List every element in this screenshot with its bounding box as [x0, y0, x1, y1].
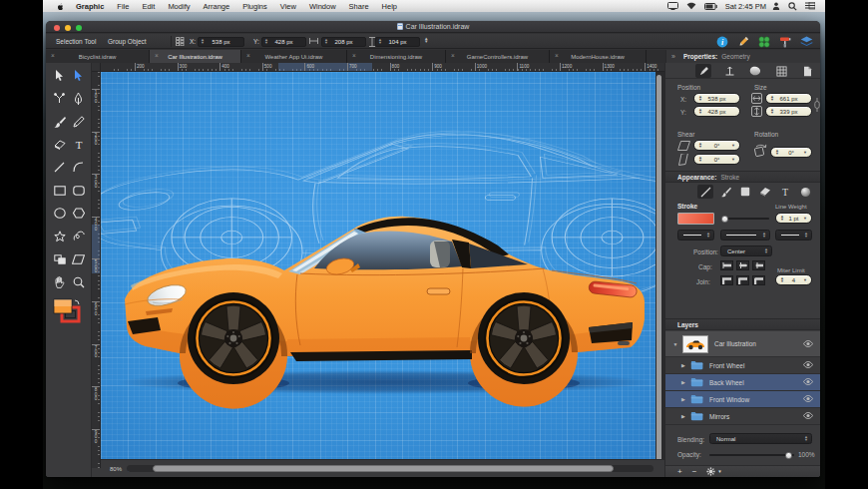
horizontal-ruler[interactable]: 2003004005006007008009001000110012001300… — [101, 63, 664, 72]
rotation-field[interactable]: ▲▼0°▼ — [770, 147, 812, 158]
x-field[interactable]: ▲▼538 px — [198, 37, 244, 47]
battery-icon[interactable] — [704, 3, 717, 10]
layer-disclosure-triangle[interactable]: ▶ — [679, 362, 687, 368]
layer-disclosure-triangle[interactable]: ▼ — [671, 341, 679, 347]
properties-tab-page[interactable] — [799, 64, 815, 78]
menu-item-file[interactable]: File — [117, 2, 129, 11]
layer-visibility-eye-icon[interactable] — [803, 378, 813, 386]
car-artwork[interactable] — [101, 72, 655, 468]
spotlight-icon[interactable] — [788, 2, 797, 11]
selection-tool-label[interactable]: Selection Tool — [56, 38, 96, 45]
info-icon[interactable]: i — [716, 36, 728, 48]
tool-brush[interactable] — [51, 113, 68, 130]
layer-visibility-eye-icon[interactable] — [803, 412, 813, 420]
document-tab-6[interactable]: ×ModernHouse.idraw — [550, 50, 647, 63]
tool-combine-shapes[interactable] — [51, 250, 68, 267]
join-round-button[interactable] — [736, 275, 749, 285]
appearance-tab-shadow-ball[interactable] — [797, 185, 813, 199]
blending-dropdown[interactable]: Normal▲▼ — [709, 433, 812, 444]
wifi-icon[interactable] — [686, 2, 696, 10]
group-object-label[interactable]: Group Object — [108, 38, 147, 45]
tab-close-icon[interactable]: × — [451, 53, 455, 59]
canvas-vertical-scrollbar[interactable] — [656, 75, 661, 464]
width-field[interactable]: ▲▼208 px — [321, 37, 366, 47]
tab-close-icon[interactable]: × — [246, 53, 250, 59]
tool-pen[interactable] — [70, 90, 87, 107]
tool-rectangle[interactable] — [51, 182, 68, 199]
tool-direct-selection-arrow[interactable] — [70, 67, 87, 84]
properties-tab-anchor[interactable] — [721, 64, 737, 78]
join-bevel-button[interactable] — [752, 275, 765, 285]
symbols-icon[interactable] — [758, 36, 770, 48]
tool-selection-arrow[interactable] — [51, 67, 68, 84]
layer-row-car-illustration[interactable]: ▼Car Illustration — [665, 331, 820, 357]
tab-close-icon[interactable]: × — [352, 53, 356, 59]
properties-tab-pencil[interactable] — [695, 64, 711, 78]
layer-disclosure-triangle[interactable]: ▶ — [679, 396, 687, 402]
tool-ellipse[interactable] — [51, 205, 68, 222]
tab-close-icon[interactable]: × — [51, 53, 55, 59]
notification-center-icon[interactable] — [805, 2, 815, 10]
fill-stroke-swatches[interactable] — [53, 298, 83, 324]
document-tab-1[interactable]: ×Bicyclist.idraw — [46, 50, 150, 63]
panel-width-field[interactable]: ▲▼661 px — [765, 93, 812, 104]
tool-star[interactable] — [51, 228, 68, 244]
layer-row-mirrors[interactable]: ▶Mirrors — [665, 408, 820, 425]
appearance-tab-fill-square[interactable] — [737, 185, 753, 199]
rotation-stepper[interactable]: ▲▼ — [424, 37, 428, 43]
user-icon[interactable] — [772, 2, 780, 10]
display-icon[interactable] — [667, 2, 678, 10]
properties-tab-blob[interactable] — [747, 64, 763, 78]
panel-height-field[interactable]: ▲▼339 px — [765, 106, 812, 117]
layer-visibility-eye-icon[interactable] — [803, 340, 813, 348]
opacity-slider[interactable] — [709, 454, 794, 456]
join-miter-button[interactable] — [720, 275, 733, 285]
tab-close-icon[interactable]: × — [155, 53, 159, 59]
miter-limit-field[interactable]: ▲▼4▼ — [775, 274, 812, 285]
panel-x-field[interactable]: ▲▼538 px — [693, 93, 740, 104]
vertical-ruler[interactable]: 100200300400500600700800900 — [92, 72, 101, 468]
link-dimensions-icon[interactable] — [814, 97, 820, 113]
add-layer-button[interactable]: + — [677, 468, 682, 476]
shear-horizontal-field[interactable]: ▲▼0°▼ — [693, 140, 740, 151]
tool-zoom[interactable] — [70, 273, 87, 290]
tool-text[interactable]: T — [70, 136, 87, 153]
stroke-width-slider[interactable] — [721, 218, 769, 220]
canvas[interactable] — [101, 72, 664, 468]
title-bar[interactable]: Car Illustration.idraw — [46, 21, 820, 33]
stroke-color-swatch[interactable] — [677, 213, 714, 225]
tool-rounded-rectangle[interactable] — [70, 182, 87, 199]
layer-visibility-eye-icon[interactable] — [803, 361, 813, 369]
tool-freehand[interactable] — [70, 228, 87, 244]
menu-item-graphic[interactable]: Graphic — [76, 2, 104, 11]
y-field[interactable]: ▲▼428 px — [261, 37, 306, 47]
cap-butt-button[interactable] — [720, 260, 733, 270]
layer-row-front-window[interactable]: ▶Front Window — [665, 391, 820, 408]
panel-y-field[interactable]: ▲▼428 px — [693, 106, 740, 117]
shear-vertical-field[interactable]: ▲▼0°▼ — [693, 154, 740, 165]
menu-item-plugins[interactable]: Plugins — [242, 2, 267, 11]
tool-scissors[interactable] — [51, 90, 68, 107]
appearance-tab-stroke-line[interactable] — [697, 185, 713, 199]
tool-arc[interactable] — [70, 159, 87, 176]
stroke-dash-style-dropdown[interactable]: ▲▼ — [720, 230, 770, 241]
layer-row-front-wheel[interactable]: ▶Front Wheel — [665, 357, 820, 374]
zoom-level[interactable]: 80% — [110, 466, 122, 472]
properties-tab-grid[interactable] — [773, 64, 789, 78]
tab-close-icon[interactable]: × — [555, 53, 559, 59]
apple-menu-icon[interactable] — [56, 2, 64, 11]
layer-disclosure-triangle[interactable]: ▶ — [679, 413, 687, 419]
orange-car-illustration[interactable] — [117, 217, 651, 409]
collapse-panel-icon[interactable]: » — [671, 53, 675, 60]
appearance-tab-brush[interactable] — [717, 185, 733, 199]
stroke-end-style-dropdown[interactable]: ▲▼ — [775, 230, 812, 241]
menu-item-share[interactable]: Share — [349, 2, 369, 11]
stroke-width-slider-knob[interactable] — [721, 216, 728, 223]
remove-layer-button[interactable]: − — [692, 468, 697, 476]
tool-line[interactable] — [51, 159, 68, 176]
document-tab-2[interactable]: ×Car Illustration.idraw — [150, 50, 241, 63]
menu-item-arrange[interactable]: Arrange — [203, 2, 229, 11]
document-tab-4[interactable]: ×Dimensioning.idraw — [347, 50, 446, 63]
document-tab-3[interactable]: ×Weather App Ui.idraw — [241, 50, 347, 63]
layer-settings-button[interactable]: ▼ — [706, 467, 721, 476]
